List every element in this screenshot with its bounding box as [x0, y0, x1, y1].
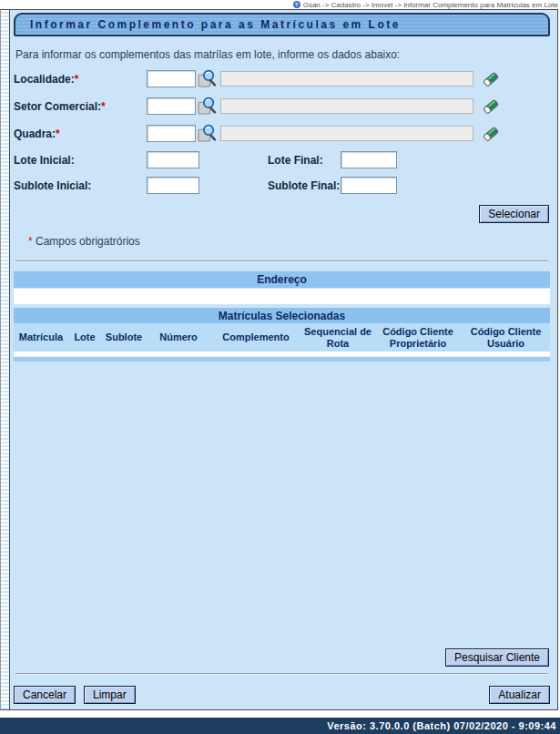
column-header-sublote: Sublote [101, 323, 147, 352]
section-divider [15, 260, 548, 262]
sublote-final-input[interactable] [341, 177, 397, 194]
eraser-icon [482, 70, 500, 88]
endereco-value-field [14, 289, 550, 304]
lote-final-input[interactable] [341, 151, 397, 168]
quadra-label: Quadra:* [14, 127, 147, 140]
localidade-description-field [220, 71, 473, 87]
search-icon [198, 69, 217, 88]
lote-row: Lote Inicial: Lote Final: [14, 151, 550, 168]
selecionar-button[interactable]: Selecionar [479, 205, 549, 223]
quadra-description-field [220, 126, 473, 141]
localidade-row: Localidade:* [14, 69, 550, 88]
matriculas-column-header-row: Matrícula Lote Sublote Número Complement… [14, 323, 550, 352]
localidade-label: Localidade:* [14, 73, 147, 86]
lote-final-label: Lote Final: [268, 154, 341, 167]
required-marker: * [101, 100, 106, 113]
setor-comercial-row: Setor Comercial:* [14, 97, 550, 116]
lote-inicial-input[interactable] [147, 151, 199, 168]
column-header-lote: Lote [68, 323, 101, 352]
column-header-codigo-cliente-proprietario: Código Cliente Proprietário [374, 323, 462, 352]
eraser-icon [482, 97, 500, 116]
required-marker: * [28, 235, 33, 248]
eraser-icon [482, 125, 500, 143]
actions-row: Cancelar Limpar Atualizar [14, 686, 550, 704]
column-header-complemento: Complemento [210, 323, 301, 352]
localidade-search-button[interactable] [198, 69, 217, 88]
localidade-input[interactable] [147, 70, 196, 87]
search-icon [198, 124, 217, 143]
bottom-divider [15, 673, 548, 675]
limpar-button[interactable]: Limpar [84, 686, 136, 704]
main-panel: Informar Complemento para as Matrículas … [9, 9, 558, 710]
column-header-codigo-cliente-usuario: Código Cliente Usuário [462, 323, 550, 352]
matriculas-table-title: Matrículas Selecionadas [14, 308, 550, 323]
intro-text: Para informar os complementos das matríl… [15, 48, 548, 61]
atualizar-button[interactable]: Atualizar [489, 686, 550, 704]
setor-comercial-description-field [220, 98, 473, 114]
sublote-row: Sublote Inicial: Sublote Final: [14, 177, 550, 194]
pesquisar-cliente-button[interactable]: Pesquisar Cliente [445, 648, 549, 667]
column-header-sequencial-de-rota: Sequencial de Rota [301, 323, 374, 352]
column-header-numero: Número [147, 323, 210, 352]
breadcrumb: ? Gsan -> Cadastro -> Imovel -> Informar… [0, 0, 560, 9]
column-header-matricula: Matrícula [14, 323, 68, 352]
setor-comercial-clear-button[interactable] [481, 97, 500, 116]
sublote-inicial-input[interactable] [147, 177, 199, 194]
matriculas-selecionadas-table: Matrículas Selecionadas Matrícula Lote S… [14, 308, 550, 362]
setor-comercial-label: Setor Comercial:* [14, 100, 147, 113]
quadra-input[interactable] [147, 125, 196, 142]
sublote-inicial-label: Sublote Inicial: [14, 179, 147, 192]
setor-comercial-input[interactable] [147, 97, 196, 115]
empty-space [14, 362, 550, 648]
breadcrumb-text: Gsan -> Cadastro -> Imovel -> Informar C… [303, 1, 558, 9]
localidade-clear-button[interactable] [481, 69, 500, 88]
required-fields-note: * Campos obrigatrórios [28, 235, 550, 248]
page-title: Informar Complemento para as Matrículas … [14, 13, 550, 36]
quadra-search-button[interactable] [198, 124, 217, 143]
version-footer: Versão: 3.70.0.0 (Batch) 07/02/2020 - 9:… [0, 718, 560, 734]
quadra-row: Quadra:* [14, 124, 550, 143]
version-text: Versão: 3.70.0.0 (Batch) 07/02/2020 - 9:… [327, 720, 556, 731]
setor-comercial-search-button[interactable] [198, 97, 217, 116]
cancelar-button[interactable]: Cancelar [14, 686, 76, 704]
quadra-clear-button[interactable] [481, 124, 500, 143]
sublote-final-label: Sublote Final: [268, 179, 341, 192]
help-icon[interactable]: ? [293, 1, 300, 8]
left-decorative-stripes [0, 9, 9, 710]
endereco-header: Endereço [14, 271, 550, 288]
search-icon [198, 97, 217, 116]
required-marker: * [75, 73, 79, 86]
required-marker: * [56, 127, 60, 140]
lote-inicial-label: Lote Inicial: [14, 154, 147, 167]
